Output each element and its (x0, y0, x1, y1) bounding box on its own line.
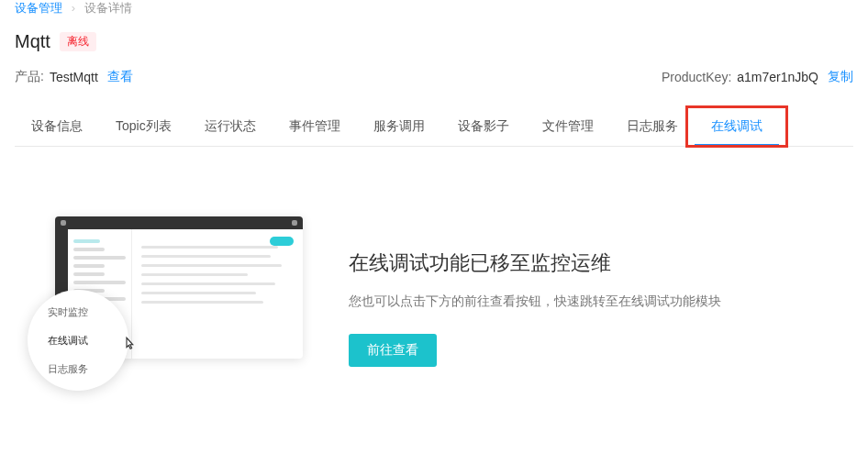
tab-log-service[interactable]: 日志服务 (610, 109, 695, 146)
view-product-link[interactable]: 查看 (107, 69, 133, 85)
copy-productkey-link[interactable]: 复制 (828, 69, 853, 85)
productkey-label: ProductKey: (662, 70, 731, 84)
breadcrumb: 设备管理 › 设备详情 (0, 0, 868, 24)
breadcrumb-current: 设备详情 (84, 1, 132, 15)
popup-menu: 实时监控 在线调试 日志服务 (28, 290, 128, 391)
tab-device-info[interactable]: 设备信息 (15, 109, 99, 146)
status-badge-offline: 离线 (60, 32, 96, 51)
panel-description: 您也可以点击下方的前往查看按钮，快速跳转至在线调试功能模块 (349, 293, 840, 310)
device-title: Mqtt (15, 31, 50, 52)
illustration: 实时监控 在线调试 日志服务 (28, 216, 303, 400)
panel-title: 在线调试功能已移至监控运维 (349, 249, 840, 277)
popup-item-realtime: 实时监控 (48, 305, 128, 319)
tab-device-shadow[interactable]: 设备影子 (441, 109, 526, 146)
tab-service-call[interactable]: 服务调用 (357, 109, 441, 146)
breadcrumb-separator: › (72, 1, 75, 15)
productkey-value: a1m7er1nJbQ (737, 70, 818, 84)
cursor-icon (121, 336, 138, 354)
tab-online-debug[interactable]: 在线调试 (695, 109, 779, 146)
go-view-button[interactable]: 前往查看 (349, 334, 437, 367)
product-label: 产品: (15, 69, 44, 85)
product-name: TestMqtt (50, 70, 98, 84)
tab-file-mgmt[interactable]: 文件管理 (526, 109, 610, 146)
tab-event-mgmt[interactable]: 事件管理 (273, 109, 357, 146)
popup-item-log: 日志服务 (48, 362, 128, 376)
tab-running-status[interactable]: 运行状态 (188, 109, 273, 146)
tab-topic-list[interactable]: Topic列表 (99, 109, 188, 146)
tabs-nav: 设备信息 Topic列表 运行状态 事件管理 服务调用 设备影子 文件管理 日志… (15, 109, 853, 147)
popup-item-online-debug: 在线调试 (48, 334, 128, 348)
breadcrumb-parent[interactable]: 设备管理 (15, 1, 62, 15)
